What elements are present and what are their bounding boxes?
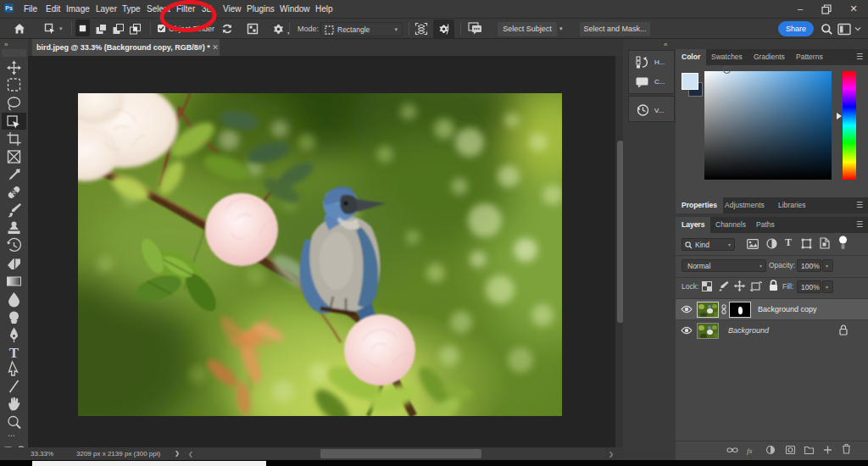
svg-text:⋯: ⋯: [8, 431, 15, 440]
svg-text:»: »: [4, 41, 8, 48]
svg-text:T: T: [9, 345, 19, 361]
svg-text:fx: fx: [747, 447, 753, 455]
